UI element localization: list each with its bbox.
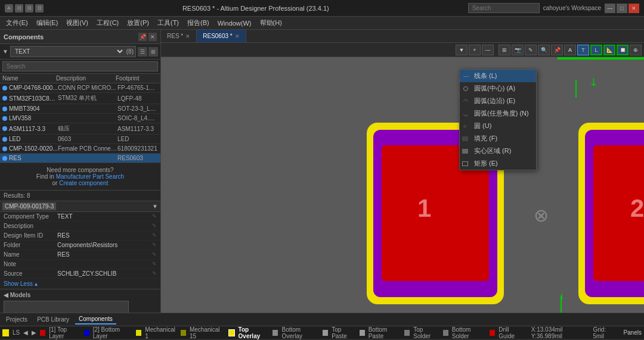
list-item[interactable]: STM32F103C8T6... STM32 单片机 LQFP-48	[0, 93, 160, 104]
status-dot	[2, 156, 7, 161]
menu-arc-any[interactable]: ◡ 圆弧(任意角度) (N)	[460, 107, 536, 120]
tab-pcb-library[interactable]: PCB Library	[33, 315, 73, 324]
status-bottom-solder[interactable]: Bottom Solder	[452, 326, 487, 339]
nav-prev[interactable]: ◀	[23, 329, 28, 336]
menu-edit[interactable]: 编辑(E)	[33, 17, 62, 29]
list-item[interactable]: CMP-04768-000... CONN RCP MICRO... FP-46…	[0, 83, 160, 93]
status-dot	[2, 146, 7, 151]
col-footprint: Footprint	[116, 75, 158, 82]
tool-via-btn[interactable]: ⊕	[630, 45, 642, 55]
menu-project[interactable]: 工程(C)	[93, 17, 122, 29]
show-less-link[interactable]: Show Less ▴	[0, 279, 160, 289]
menu-tools[interactable]: 工具(T)	[154, 17, 182, 29]
menu-rect[interactable]: 矩形 (E)	[460, 157, 536, 170]
status-top-overlay[interactable]: Top Overlay	[239, 326, 270, 339]
status-color-bottom-paste	[360, 330, 365, 336]
menu-file[interactable]: 文件(E)	[2, 17, 32, 29]
global-search-input[interactable]	[468, 3, 540, 13]
menu-help[interactable]: 帮助(H)	[256, 17, 286, 29]
component-id: CMP-009-00179-3	[2, 202, 56, 210]
status-color-bottom-layer	[84, 330, 89, 336]
tool-line-btn[interactable]: T	[577, 45, 589, 55]
pad-2-number: 2	[630, 194, 644, 223]
status-color-top-solder	[404, 330, 410, 336]
menu-place[interactable]: 放置(P)	[123, 17, 153, 29]
list-item[interactable]: CMP-1502-0020... Female PCB Connect... 6…	[0, 144, 160, 154]
create-component-link[interactable]: Create component	[59, 180, 108, 186]
tab-res0603[interactable]: RES0603 * ✕	[197, 30, 246, 42]
menu-arc-center[interactable]: 圆弧(中心) (A)	[460, 82, 536, 95]
tool-pin-btn[interactable]: 📌	[551, 45, 563, 55]
nav-next[interactable]: ▶	[32, 329, 36, 336]
menubar: 文件(E) 编辑(E) 视图(V) 工程(C) 放置(P) 工具(T) 报告(B…	[0, 17, 644, 30]
tool-photo-btn[interactable]: 📷	[512, 45, 524, 55]
expand-icon[interactable]: ▼	[152, 203, 158, 210]
tool-shape-btn[interactable]: 🔲	[617, 45, 628, 55]
status-color-bottom-overlay	[273, 330, 278, 336]
tool-layer-btn[interactable]: L	[590, 45, 602, 55]
panel-title: Components	[4, 33, 44, 40]
tab-close-res0603[interactable]: ✕	[235, 33, 240, 39]
close-button[interactable]: ✕	[628, 4, 639, 13]
status-color-top-paste	[323, 330, 328, 336]
status-coords: X:13.034mil Y:36.989mil	[531, 326, 590, 339]
tab-close-res[interactable]: ✕	[185, 33, 190, 39]
menu-reports[interactable]: 报告(B)	[184, 17, 213, 29]
status-dot	[2, 107, 7, 111]
annotation-line-bottom	[561, 295, 562, 313]
tab-components[interactable]: Components	[75, 314, 116, 325]
crosshair-icon: ⊗	[534, 205, 549, 226]
menu-circle[interactable]: ○ 圆 (U)	[460, 120, 536, 132]
minimize-button[interactable]: —	[605, 4, 615, 13]
panel-close-button[interactable]: ✕	[148, 33, 157, 41]
maximize-button[interactable]: □	[617, 4, 627, 13]
filter-type-select[interactable]: TEXT	[11, 46, 125, 57]
menu-arc-edge[interactable]: ◠ 圆弧(边沿) (E)	[460, 95, 536, 107]
menu-fill[interactable]: 填充 (F)	[460, 132, 536, 145]
list-item[interactable]: LED 0603 LED	[0, 135, 160, 144]
tab-projects[interactable]: Projects	[2, 315, 31, 324]
list-item[interactable]: MMBT3904 SOT-23-3_L2.9-W1.6...	[0, 104, 160, 114]
menu-solid-region[interactable]: 实心区域 (R)	[460, 145, 536, 157]
tool-snap-btn[interactable]: ⊞	[499, 45, 510, 55]
tool-add-btn[interactable]: +	[469, 45, 481, 55]
tool-remove-btn[interactable]: —	[482, 45, 494, 55]
component-search-input[interactable]	[2, 61, 158, 71]
grid-view-button[interactable]: ⊞	[148, 47, 158, 57]
fill-icon	[462, 136, 468, 141]
list-item[interactable]: LMV358 SOIC-8_L4.9-W3.9-P...	[0, 114, 160, 123]
status-bottom-layer[interactable]: [2] Bottom Layer	[93, 326, 133, 339]
component-table: CMP-04768-000... CONN RCP MICRO... FP-46…	[0, 83, 160, 313]
tool-zoom-btn[interactable]: 🔍	[538, 45, 550, 55]
filter-icon: ▼	[2, 48, 8, 55]
status-bottom-overlay[interactable]: Bottom Overlay	[281, 326, 319, 339]
panel-pin-button[interactable]: 📌	[138, 33, 147, 41]
menu-line[interactable]: — 线条 (L)	[460, 70, 536, 82]
menu-view[interactable]: 视图(V)	[63, 17, 92, 29]
status-bottom-paste[interactable]: Bottom Paste	[369, 326, 401, 339]
tab-bar: RES * ✕ RES0603 * ✕	[161, 30, 644, 43]
tool-text-btn[interactable]: A	[564, 45, 576, 55]
pcb-canvas[interactable]: 1 2 ⊗ ↙ ↓ — 线条 (L)	[161, 57, 644, 313]
status-mech1[interactable]: Mechanical 1	[145, 326, 177, 339]
tab-res[interactable]: RES * ✕	[161, 30, 197, 42]
status-drill-guide[interactable]: Drill Guide	[499, 326, 524, 339]
menu-window[interactable]: Window(W)	[214, 18, 255, 28]
status-mech15[interactable]: Mechanical 15	[190, 326, 225, 339]
window-icon-group: A ⊡ ⊡ ⊡	[5, 4, 44, 13]
status-dot	[2, 86, 7, 91]
status-top-layer[interactable]: [1] Top Layer	[49, 326, 80, 339]
list-item[interactable]: ASM1117-3.3 稳压 ASM1117-3.3	[0, 123, 160, 135]
titlebar-left: A ⊡ ⊡ ⊡	[5, 4, 44, 13]
panels-button[interactable]: Panels	[623, 329, 642, 336]
manufacturer-link[interactable]: Manufacturer Part Search	[56, 173, 125, 180]
find-link-row: Find in Manufacturer Part Search	[5, 173, 156, 180]
list-view-button[interactable]: ☰	[138, 47, 147, 57]
tool-pen-btn[interactable]: ✎	[525, 45, 537, 55]
status-top-solder[interactable]: Top Solder	[413, 326, 439, 339]
tool-filter-btn[interactable]: ▼	[456, 45, 467, 55]
status-color-top-layer	[40, 330, 45, 336]
list-item[interactable]: RES RES0603	[0, 154, 160, 163]
tool-route-btn[interactable]: 📐	[603, 45, 615, 55]
status-top-paste[interactable]: Top Paste	[332, 326, 355, 339]
